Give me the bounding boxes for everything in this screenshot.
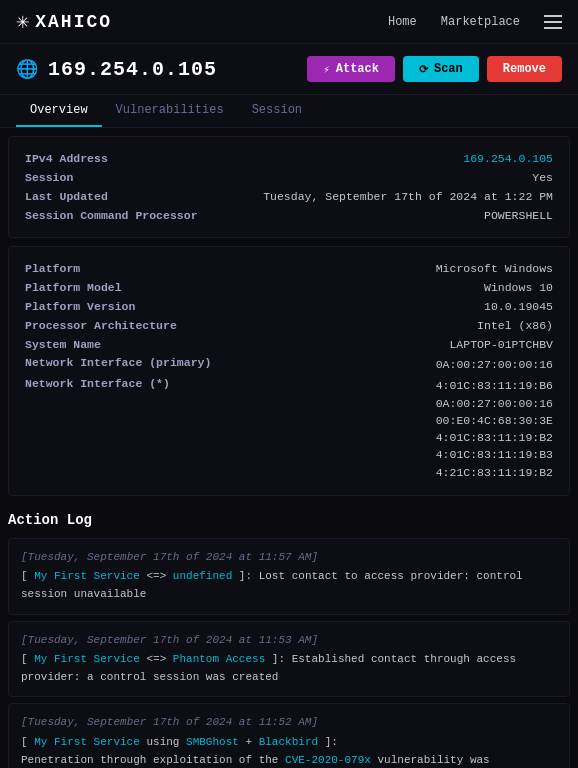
log-phantom-link-2[interactable]: Phantom Access bbox=[173, 653, 265, 665]
network-primary-values: 0A:00:27:00:00:16 bbox=[436, 356, 553, 373]
info-row-command-processor: Session Command Processor POWERSHELL bbox=[25, 206, 553, 225]
tab-overview[interactable]: Overview bbox=[16, 95, 102, 127]
info-row-network-all: Network Interface (*) 4:01C:83:11:19:B6 … bbox=[25, 375, 553, 483]
hamburger-menu-button[interactable] bbox=[544, 15, 562, 29]
command-processor-label: Session Command Processor bbox=[25, 209, 198, 222]
logo-text: XAHICO bbox=[35, 12, 112, 32]
ipv4-value: 169.254.0.105 bbox=[463, 152, 553, 165]
log-text-3: [ My First Service using SMBGhost + Blac… bbox=[21, 734, 557, 768]
remove-button[interactable]: Remove bbox=[487, 56, 562, 82]
host-ip-address: 169.254.0.105 bbox=[48, 58, 217, 81]
session-value: Yes bbox=[532, 171, 553, 184]
info-section-basic: IPv4 Address 169.254.0.105 Session Yes L… bbox=[8, 136, 570, 238]
action-log-section: Action Log [Tuesday, September 17th of 2… bbox=[8, 504, 570, 768]
logo: ✳ XAHICO bbox=[16, 8, 112, 35]
info-row-platform-version: Platform Version 10.0.19045 bbox=[25, 297, 553, 316]
processor-arch-label: Processor Architecture bbox=[25, 319, 185, 332]
attack-button[interactable]: ⚡ Attack bbox=[307, 56, 395, 82]
network-all-values: 4:01C:83:11:19:B6 0A:00:27:00:00:16 00:E… bbox=[436, 377, 553, 481]
log-tool1-link-3[interactable]: SMBGhost bbox=[186, 736, 239, 748]
log-entry-2: [Tuesday, September 17th of 2024 at 11:5… bbox=[8, 621, 570, 698]
last-updated-label: Last Updated bbox=[25, 190, 185, 203]
info-section-platform: Platform Microsoft Windows Platform Mode… bbox=[8, 246, 570, 496]
info-row-platform: Platform Microsoft Windows bbox=[25, 259, 553, 278]
scan-button[interactable]: ⟳ Scan bbox=[403, 56, 479, 82]
info-row-ipv4: IPv4 Address 169.254.0.105 bbox=[25, 149, 553, 168]
nav-marketplace-link[interactable]: Marketplace bbox=[441, 15, 520, 29]
host-ip-container: 🌐 169.254.0.105 bbox=[16, 58, 217, 81]
platform-version-label: Platform Version bbox=[25, 300, 185, 313]
log-timestamp-3: [Tuesday, September 17th of 2024 at 11:5… bbox=[21, 714, 557, 732]
log-service-link-3[interactable]: My First Service bbox=[34, 736, 140, 748]
log-entry-1: [Tuesday, September 17th of 2024 at 11:5… bbox=[8, 538, 570, 615]
refresh-icon: ⟳ bbox=[419, 63, 428, 76]
tab-bar: Overview Vulnerabilities Session bbox=[0, 95, 578, 128]
log-text-2: [ My First Service <=> Phantom Access ]:… bbox=[21, 651, 557, 686]
log-cve1-link-3[interactable]: CVE-2020-079x bbox=[285, 754, 371, 766]
platform-model-value: Windows 10 bbox=[484, 281, 553, 294]
info-row-platform-model: Platform Model Windows 10 bbox=[25, 278, 553, 297]
command-processor-value: POWERSHELL bbox=[484, 209, 553, 222]
session-label: Session bbox=[25, 171, 185, 184]
log-timestamp-1: [Tuesday, September 17th of 2024 at 11:5… bbox=[21, 549, 557, 567]
log-target-link-1[interactable]: undefined bbox=[173, 570, 232, 582]
system-name-value: LAPTOP-01PTCHBV bbox=[449, 338, 553, 351]
last-updated-value: Tuesday, September 17th of 2024 at 1:22 … bbox=[263, 190, 553, 203]
nav-home-link[interactable]: Home bbox=[388, 15, 417, 29]
info-row-network-primary: Network Interface (primary) 0A:00:27:00:… bbox=[25, 354, 553, 375]
system-name-label: System Name bbox=[25, 338, 185, 351]
log-entry-3: [Tuesday, September 17th of 2024 at 11:5… bbox=[8, 703, 570, 768]
ipv4-label: IPv4 Address bbox=[25, 152, 185, 165]
host-actions: ⚡ Attack ⟳ Scan Remove bbox=[307, 56, 562, 82]
host-header: 🌐 169.254.0.105 ⚡ Attack ⟳ Scan Remove bbox=[0, 44, 578, 95]
navbar: ✳ XAHICO Home Marketplace bbox=[0, 0, 578, 44]
log-timestamp-2: [Tuesday, September 17th of 2024 at 11:5… bbox=[21, 632, 557, 650]
platform-version-value: 10.0.19045 bbox=[484, 300, 553, 313]
action-log-title: Action Log bbox=[8, 504, 570, 538]
log-tool2-link-3[interactable]: Blackbird bbox=[259, 736, 318, 748]
platform-value: Microsoft Windows bbox=[436, 262, 553, 275]
log-service-link-1[interactable]: My First Service bbox=[34, 570, 140, 582]
log-service-link-2[interactable]: My First Service bbox=[34, 653, 140, 665]
globe-icon: 🌐 bbox=[16, 58, 38, 80]
network-all-label: Network Interface (*) bbox=[25, 377, 185, 390]
lightning-icon: ⚡ bbox=[323, 63, 330, 76]
logo-asterisk-icon: ✳ bbox=[16, 8, 29, 35]
tab-vulnerabilities[interactable]: Vulnerabilities bbox=[102, 95, 238, 127]
processor-arch-value: Intel (x86) bbox=[477, 319, 553, 332]
info-row-last-updated: Last Updated Tuesday, September 17th of … bbox=[25, 187, 553, 206]
info-row-session: Session Yes bbox=[25, 168, 553, 187]
nav-links: Home Marketplace bbox=[388, 15, 562, 29]
log-text-1: [ My First Service <=> undefined ]: Lost… bbox=[21, 568, 557, 603]
info-row-system-name: System Name LAPTOP-01PTCHBV bbox=[25, 335, 553, 354]
platform-label: Platform bbox=[25, 262, 185, 275]
info-row-processor-arch: Processor Architecture Intel (x86) bbox=[25, 316, 553, 335]
tab-session[interactable]: Session bbox=[238, 95, 316, 127]
platform-model-label: Platform Model bbox=[25, 281, 185, 294]
network-primary-label: Network Interface (primary) bbox=[25, 356, 211, 369]
